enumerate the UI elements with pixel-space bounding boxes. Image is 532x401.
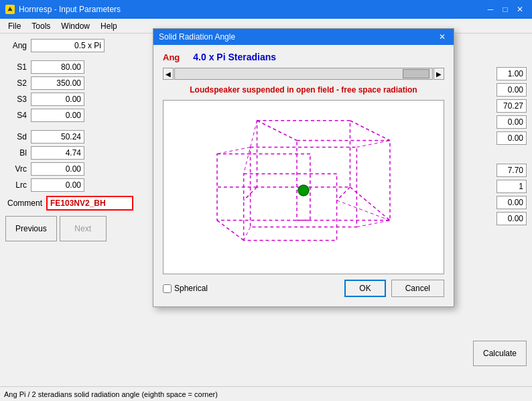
- svg-line-10: [350, 187, 390, 221]
- vrc-row: Vrc: [5, 162, 149, 176]
- rv-2[interactable]: [496, 83, 527, 97]
- app-icon: [5, 5, 15, 14]
- radiation-diagram: [163, 101, 444, 274]
- center-dot: [298, 185, 309, 196]
- cancel-button[interactable]: Cancel: [391, 280, 444, 297]
- s3-input[interactable]: [31, 93, 84, 106]
- button-row: Previous Next: [5, 216, 149, 241]
- ang-label: Ang: [5, 41, 27, 50]
- svg-line-19: [356, 221, 390, 227]
- svg-line-8: [350, 121, 390, 141]
- slider-right-arrow[interactable]: ▶: [434, 68, 444, 80]
- comment-row: Comment: [5, 196, 149, 211]
- vrc-label: Vrc: [5, 164, 27, 174]
- calculate-button[interactable]: Calculate: [473, 341, 527, 366]
- svg-line-13: [217, 221, 244, 241]
- svg-marker-0: [7, 7, 13, 11]
- dialog-ang-value: 4.0 x Pi Steradians: [193, 52, 276, 62]
- lrc-label: Lrc: [5, 180, 27, 190]
- lrc-row: Lrc: [5, 178, 149, 192]
- close-button[interactable]: ✕: [513, 3, 527, 16]
- previous-button[interactable]: Previous: [5, 216, 57, 241]
- s1-row: S1: [5, 60, 149, 74]
- left-panel: Ang S1 S2 S3 S4: [5, 39, 149, 241]
- ang-input[interactable]: [31, 39, 105, 52]
- bl-label: Bl: [5, 148, 27, 158]
- menu-window[interactable]: Window: [56, 20, 95, 32]
- s2-label: S2: [5, 78, 27, 88]
- sd-input[interactable]: [31, 130, 84, 144]
- right-values-panel: [496, 67, 527, 228]
- s2-row: S2: [5, 76, 149, 90]
- dialog-ang-label: Ang: [163, 52, 180, 62]
- s4-row: S4: [5, 109, 149, 122]
- spherical-checkbox-row: Spherical: [163, 284, 208, 293]
- svg-line-12: [337, 187, 350, 200]
- comment-label: Comment: [5, 198, 42, 208]
- s4-label: S4: [5, 111, 27, 120]
- rv-1[interactable]: [496, 67, 527, 80]
- rv-8[interactable]: [496, 196, 527, 209]
- minimize-button[interactable]: ─: [484, 3, 497, 16]
- slider-left-arrow[interactable]: ◀: [163, 68, 174, 80]
- rv-3[interactable]: [496, 99, 527, 113]
- ang-row: Ang: [5, 39, 149, 52]
- svg-rect-4: [297, 141, 390, 221]
- solid-radiation-dialog: Solid Radiation Angle ✕ Ang 4.0 x Pi Ste…: [153, 28, 454, 307]
- s3-row: S3: [5, 93, 149, 106]
- menu-file[interactable]: File: [3, 20, 26, 32]
- title-bar: Hornresp - Input Parameters ─ □ ✕: [0, 0, 532, 19]
- s3-label: S3: [5, 95, 27, 104]
- dialog-action-buttons: OK Cancel: [344, 280, 444, 297]
- dialog-title: Solid Radiation Angle: [159, 32, 436, 42]
- ok-button[interactable]: OK: [344, 280, 385, 297]
- bl-row: Bl: [5, 146, 149, 160]
- main-window: Hornresp - Input Parameters ─ □ ✕ File T…: [0, 0, 532, 401]
- rv-5[interactable]: [496, 131, 527, 145]
- svg-rect-3: [244, 174, 337, 240]
- s1-input[interactable]: [31, 60, 84, 74]
- dialog-close-button[interactable]: ✕: [436, 31, 448, 43]
- window-title: Hornresp - Input Parameters: [19, 5, 484, 14]
- spherical-label: Spherical: [174, 284, 208, 293]
- comment-input[interactable]: [46, 196, 133, 211]
- menu-tools[interactable]: Tools: [26, 20, 56, 32]
- svg-line-17: [356, 141, 390, 148]
- bl-input[interactable]: [31, 146, 84, 160]
- dialog-title-bar: Solid Radiation Angle ✕: [153, 29, 454, 45]
- slider-row: ◀ ▶: [163, 68, 444, 80]
- slider-track[interactable]: [174, 68, 433, 80]
- sd-label: Sd: [5, 132, 27, 141]
- title-bar-controls: ─ □ ✕: [484, 3, 527, 16]
- status-text: Ang Pi / 2 steradians solid radiation an…: [4, 390, 218, 398]
- maximize-button[interactable]: □: [498, 3, 512, 16]
- dialog-ang-row: Ang 4.0 x Pi Steradians: [163, 52, 444, 62]
- svg-line-7: [257, 121, 297, 141]
- svg-line-16: [217, 147, 251, 154]
- slider-thumb[interactable]: [403, 69, 429, 78]
- svg-line-18: [244, 227, 251, 241]
- vrc-input[interactable]: [31, 162, 84, 176]
- calculate-area: Calculate: [473, 341, 527, 366]
- sd-row: Sd: [5, 130, 149, 144]
- status-bar: Ang Pi / 2 steradians solid radiation an…: [0, 386, 532, 401]
- rv-6[interactable]: [496, 164, 527, 177]
- lrc-input[interactable]: [31, 178, 84, 192]
- svg-line-15: [337, 200, 390, 221]
- dialog-description: Loudspeaker suspended in open field - fr…: [163, 85, 444, 95]
- diagram-area: [163, 100, 444, 274]
- dialog-bottom: Spherical OK Cancel: [163, 280, 444, 300]
- dialog-body: Ang 4.0 x Pi Steradians ◀ ▶ Loudspeaker …: [153, 45, 454, 306]
- next-button[interactable]: Next: [60, 216, 107, 241]
- rv-4[interactable]: [496, 115, 527, 129]
- s1-label: S1: [5, 62, 27, 72]
- s4-input[interactable]: [31, 109, 84, 122]
- rv-9[interactable]: [496, 212, 527, 225]
- spherical-checkbox[interactable]: [163, 284, 172, 293]
- menu-help[interactable]: Help: [95, 20, 123, 32]
- rv-7[interactable]: [496, 180, 527, 193]
- s2-input[interactable]: [31, 76, 84, 90]
